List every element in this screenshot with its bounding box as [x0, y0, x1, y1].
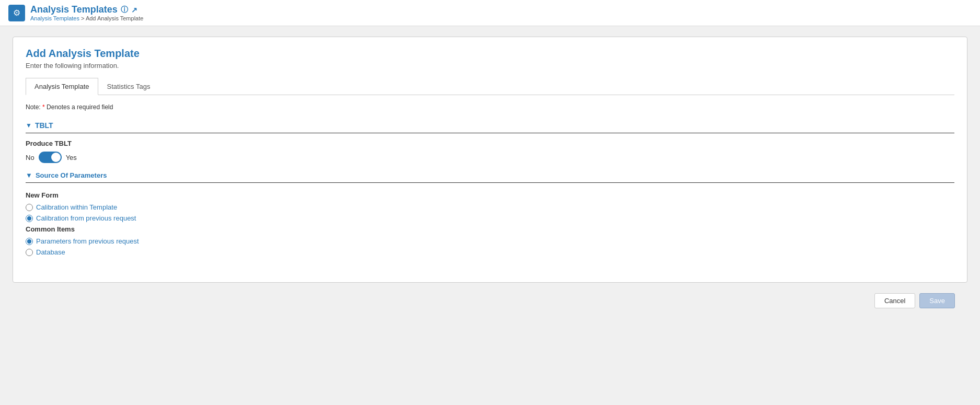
chevron-down-icon-sub: ▼ [26, 171, 32, 179]
radio-calibration-previous-label[interactable]: Calibration from previous request [36, 214, 136, 222]
tabs-bar: Analysis Template Statistics Tags [26, 78, 954, 95]
toggle-thumb [51, 153, 61, 162]
help-icon[interactable]: ⓘ [121, 5, 128, 15]
breadcrumb-link[interactable]: Analysis Templates [30, 15, 79, 21]
cancel-button[interactable]: Cancel [874, 293, 915, 308]
save-button[interactable]: Save [919, 293, 955, 308]
radio-calibration-previous[interactable]: Calibration from previous request [26, 214, 954, 222]
page-title: Add Analysis Template [26, 48, 954, 60]
header-title-block: Analysis Templates ⓘ ↗ Analysis Template… [30, 4, 143, 21]
tab-statistics-tags[interactable]: Statistics Tags [98, 78, 159, 95]
radio-calibration-within-label[interactable]: Calibration within Template [36, 203, 117, 211]
tab-analysis-template[interactable]: Analysis Template [26, 78, 98, 95]
produce-tblt-toggle-row: No Yes [26, 152, 954, 163]
form-scroll-area[interactable]: Note: * Denotes a required field ▼ TBLT … [26, 103, 954, 272]
section-tblt-header[interactable]: ▼ TBLT [26, 121, 954, 133]
required-note: Note: * Denotes a required field [26, 103, 954, 111]
toggle-on-label: Yes [66, 154, 77, 161]
toggle-track [39, 152, 62, 163]
sub-section-source-body: New Form Calibration within Template Cal… [26, 183, 954, 265]
toggle-off-label: No [26, 154, 34, 161]
breadcrumb-current: Add Analysis Template [86, 15, 143, 21]
form-card: Add Analysis Template Enter the followin… [13, 37, 967, 283]
radio-database-label[interactable]: Database [36, 248, 65, 256]
app-logo: ⚙ [8, 5, 25, 21]
radio-params-previous[interactable]: Parameters from previous request [26, 237, 954, 245]
produce-tblt-toggle[interactable] [39, 152, 62, 163]
sub-section-source-header[interactable]: ▼ Source Of Parameters [26, 171, 954, 183]
radio-database[interactable]: Database [26, 248, 954, 256]
common-items-group-label: Common Items [26, 225, 954, 233]
produce-tblt-label: Produce TBLT [26, 140, 954, 147]
footer-bar: Cancel Save [13, 287, 967, 315]
app-title-row: Analysis Templates ⓘ ↗ [30, 4, 143, 15]
app-header: ⚙ Analysis Templates ⓘ ↗ Analysis Templa… [0, 0, 980, 26]
new-form-group-label: New Form [26, 191, 954, 199]
section-tblt-body: Produce TBLT No Yes ▼ Source Of Paramete… [26, 133, 954, 272]
external-link-icon[interactable]: ↗ [131, 6, 137, 14]
required-star: * [42, 103, 45, 111]
sub-section-source-label: Source Of Parameters [36, 171, 107, 179]
breadcrumb-separator: > [81, 15, 84, 21]
app-title-text: Analysis Templates [30, 4, 118, 15]
chevron-down-icon: ▼ [26, 122, 32, 129]
section-tblt-label: TBLT [35, 121, 53, 130]
breadcrumb: Analysis Templates > Add Analysis Templa… [30, 15, 143, 21]
main-content: Add Analysis Template Enter the followin… [0, 26, 980, 402]
page-subtitle: Enter the following information. [26, 62, 954, 70]
radio-calibration-within[interactable]: Calibration within Template [26, 203, 954, 211]
radio-params-previous-label[interactable]: Parameters from previous request [36, 237, 139, 245]
